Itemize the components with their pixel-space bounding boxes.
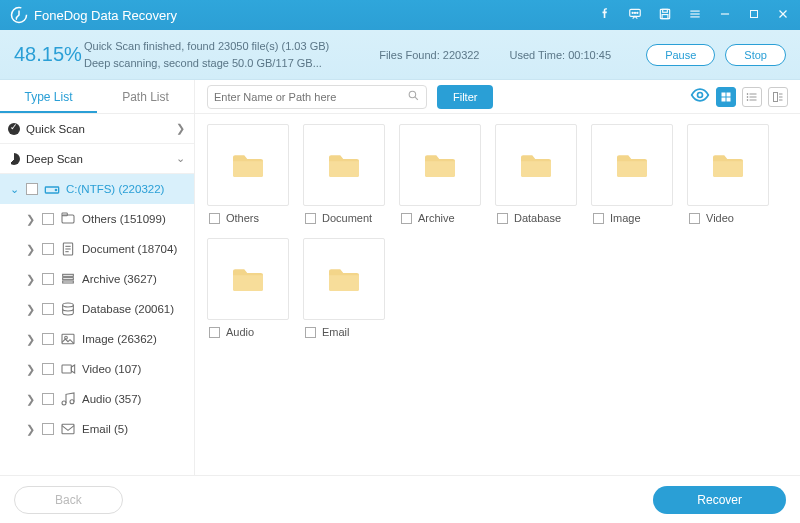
content-area: Filter OthersDocumentArchiveDatabaseImag…	[195, 80, 800, 475]
chevron-right-icon: ❯	[174, 122, 186, 135]
tree-item[interactable]: ❯Video (107)	[0, 354, 194, 384]
search-input[interactable]	[214, 91, 407, 103]
tree-item[interactable]: ❯Image (26362)	[0, 324, 194, 354]
tree-deep-scan[interactable]: Deep Scan ⌄	[0, 144, 194, 174]
checkbox[interactable]	[42, 273, 54, 285]
chevron-right-icon: ❯	[24, 213, 36, 226]
checkbox[interactable]	[593, 213, 604, 224]
view-grid-icon[interactable]	[716, 87, 736, 107]
folder-icon	[207, 124, 289, 206]
quick-scan-label: Quick Scan	[26, 123, 168, 135]
minimize-icon[interactable]	[718, 7, 732, 24]
tree-item[interactable]: ❯Database (20061)	[0, 294, 194, 324]
checkbox[interactable]	[209, 327, 220, 338]
svg-rect-41	[727, 97, 731, 101]
tab-type-list[interactable]: Type List	[0, 80, 97, 113]
tree-item-label: Document (18704)	[82, 243, 186, 255]
used-time: Used Time: 00:10:45	[510, 49, 612, 61]
feedback-icon[interactable]	[628, 7, 642, 24]
svg-point-46	[747, 96, 748, 97]
chevron-right-icon: ❯	[24, 423, 36, 436]
search-box[interactable]	[207, 85, 427, 109]
chevron-right-icon: ❯	[24, 333, 36, 346]
tree-drive[interactable]: ⌄ C:(NTFS) (220322)	[0, 174, 194, 204]
grid-tile[interactable]: Email	[303, 238, 385, 338]
checkbox[interactable]	[42, 303, 54, 315]
svg-point-47	[747, 99, 748, 100]
save-icon[interactable]	[658, 7, 672, 24]
tile-label: Archive	[418, 212, 455, 224]
category-icon	[60, 271, 76, 287]
tree-quick-scan[interactable]: Quick Scan ❯	[0, 114, 194, 144]
svg-point-32	[62, 401, 66, 405]
stop-button[interactable]: Stop	[725, 44, 786, 66]
checkbox[interactable]	[42, 423, 54, 435]
checkbox[interactable]	[42, 243, 54, 255]
category-icon	[60, 331, 76, 347]
menu-icon[interactable]	[688, 7, 702, 24]
tree-item-label: Others (151099)	[82, 213, 186, 225]
facebook-icon[interactable]	[598, 7, 612, 24]
category-icon	[60, 421, 76, 437]
svg-rect-7	[663, 9, 668, 12]
recover-button[interactable]: Recover	[653, 486, 786, 514]
grid-tile[interactable]: Archive	[399, 124, 481, 224]
svg-rect-38	[722, 92, 726, 96]
tree-item[interactable]: ❯Others (151099)	[0, 204, 194, 234]
category-icon	[60, 241, 76, 257]
view-list-icon[interactable]	[742, 87, 762, 107]
titlebar: FoneDog Data Recovery	[0, 0, 800, 30]
view-detail-icon[interactable]	[768, 87, 788, 107]
grid-tile[interactable]: Audio	[207, 238, 289, 338]
tree-item[interactable]: ❯Document (18704)	[0, 234, 194, 264]
files-found: Files Found: 220322	[379, 49, 479, 61]
checkbox[interactable]	[497, 213, 508, 224]
grid-tile[interactable]: Database	[495, 124, 577, 224]
preview-icon[interactable]	[690, 85, 710, 108]
tree-item[interactable]: ❯Audio (357)	[0, 384, 194, 414]
svg-point-3	[632, 12, 633, 13]
svg-rect-30	[62, 365, 71, 373]
checkbox[interactable]	[401, 213, 412, 224]
checkbox[interactable]	[305, 327, 316, 338]
svg-point-33	[70, 400, 74, 404]
chevron-right-icon: ❯	[24, 243, 36, 256]
svg-rect-25	[63, 278, 74, 280]
filter-button[interactable]: Filter	[437, 85, 493, 109]
folder-icon	[207, 238, 289, 320]
svg-point-27	[63, 303, 74, 307]
svg-rect-19	[62, 213, 67, 216]
checkbox[interactable]	[26, 183, 38, 195]
svg-point-37	[698, 93, 703, 98]
chevron-right-icon: ❯	[24, 303, 36, 316]
folder-icon	[687, 124, 769, 206]
checkbox[interactable]	[42, 213, 54, 225]
close-icon[interactable]	[776, 7, 790, 24]
folder-icon	[399, 124, 481, 206]
checkbox[interactable]	[689, 213, 700, 224]
tab-path-list[interactable]: Path List	[97, 80, 194, 113]
scan-metrics: Files Found: 220322 Used Time: 00:10:45	[339, 49, 636, 61]
folder-icon	[495, 124, 577, 206]
maximize-icon[interactable]	[748, 8, 760, 23]
svg-rect-26	[63, 281, 74, 283]
grid-tile[interactable]: Video	[687, 124, 769, 224]
tree-item[interactable]: ❯Email (5)	[0, 414, 194, 444]
pause-button[interactable]: Pause	[646, 44, 715, 66]
grid-tile[interactable]: Others	[207, 124, 289, 224]
grid-tile[interactable]: Image	[591, 124, 673, 224]
grid-tile[interactable]: Document	[303, 124, 385, 224]
checkbox[interactable]	[42, 333, 54, 345]
checkbox[interactable]	[305, 213, 316, 224]
file-grid: OthersDocumentArchiveDatabaseImageVideoA…	[195, 114, 800, 475]
checkbox[interactable]	[209, 213, 220, 224]
status-bar: 48.15% Quick Scan finished, found 23050 …	[0, 30, 800, 80]
checkbox[interactable]	[42, 363, 54, 375]
checkbox[interactable]	[42, 393, 54, 405]
svg-rect-8	[662, 14, 668, 18]
scan-status-text: Quick Scan finished, found 23050 file(s)…	[84, 38, 329, 71]
tree-item[interactable]: ❯Archive (3627)	[0, 264, 194, 294]
scan-status-line2: Deep scanning, second stage 50.0 GB/117 …	[84, 55, 329, 72]
scan-percent: 48.15%	[14, 43, 74, 66]
back-button[interactable]: Back	[14, 486, 123, 514]
